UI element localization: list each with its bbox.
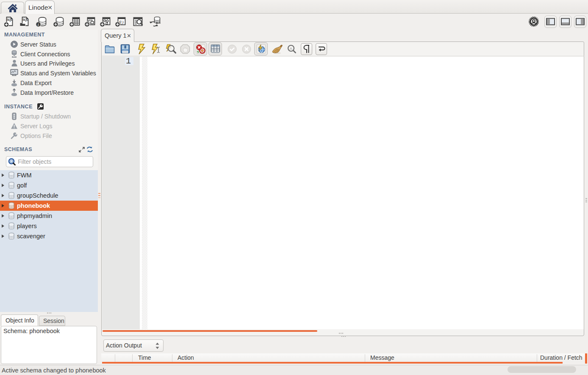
svg-text:SQL: SQL bbox=[7, 18, 13, 22]
svg-text:A: A bbox=[290, 47, 292, 51]
svg-text:SQL: SQL bbox=[22, 18, 29, 22]
